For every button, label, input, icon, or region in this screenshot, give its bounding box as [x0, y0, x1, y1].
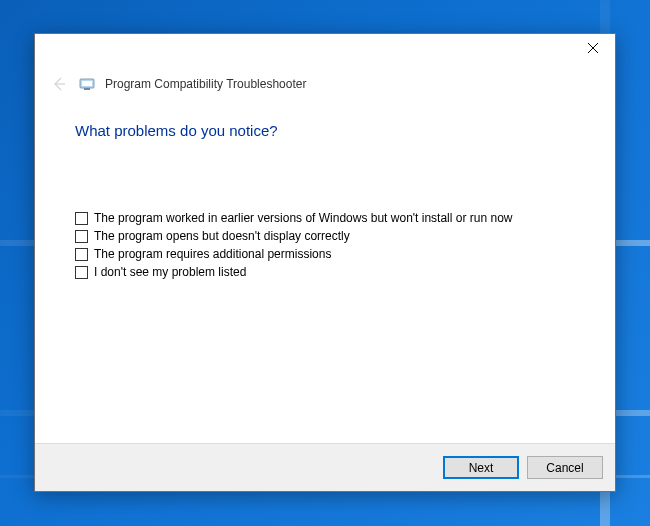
- back-button[interactable]: [49, 74, 69, 94]
- arrow-left-icon: [51, 76, 67, 92]
- problem-options: The program worked in earlier versions o…: [75, 211, 575, 279]
- option-permissions[interactable]: The program requires additional permissi…: [75, 247, 575, 261]
- checkbox[interactable]: [75, 248, 88, 261]
- page-heading: What problems do you notice?: [75, 122, 575, 139]
- checkbox[interactable]: [75, 266, 88, 279]
- option-label: The program worked in earlier versions o…: [94, 211, 512, 225]
- dialog-title: Program Compatibility Troubleshooter: [105, 77, 306, 91]
- option-label: The program requires additional permissi…: [94, 247, 331, 261]
- dialog-content: What problems do you notice? The program…: [35, 94, 615, 443]
- option-label: The program opens but doesn't display co…: [94, 229, 350, 243]
- titlebar: [35, 34, 615, 64]
- checkbox[interactable]: [75, 230, 88, 243]
- next-button[interactable]: Next: [443, 456, 519, 479]
- troubleshooter-dialog: Program Compatibility Troubleshooter Wha…: [34, 33, 616, 492]
- dialog-header: Program Compatibility Troubleshooter: [35, 64, 615, 94]
- dialog-footer: Next Cancel: [35, 443, 615, 491]
- close-icon: [588, 43, 598, 53]
- option-display-incorrect[interactable]: The program opens but doesn't display co…: [75, 229, 575, 243]
- checkbox[interactable]: [75, 212, 88, 225]
- option-label: I don't see my problem listed: [94, 265, 246, 279]
- cancel-button[interactable]: Cancel: [527, 456, 603, 479]
- close-button[interactable]: [570, 34, 615, 62]
- option-not-listed[interactable]: I don't see my problem listed: [75, 265, 575, 279]
- svg-rect-4: [82, 81, 92, 86]
- svg-rect-5: [84, 88, 90, 90]
- option-earlier-versions[interactable]: The program worked in earlier versions o…: [75, 211, 575, 225]
- troubleshooter-icon: [79, 76, 95, 92]
